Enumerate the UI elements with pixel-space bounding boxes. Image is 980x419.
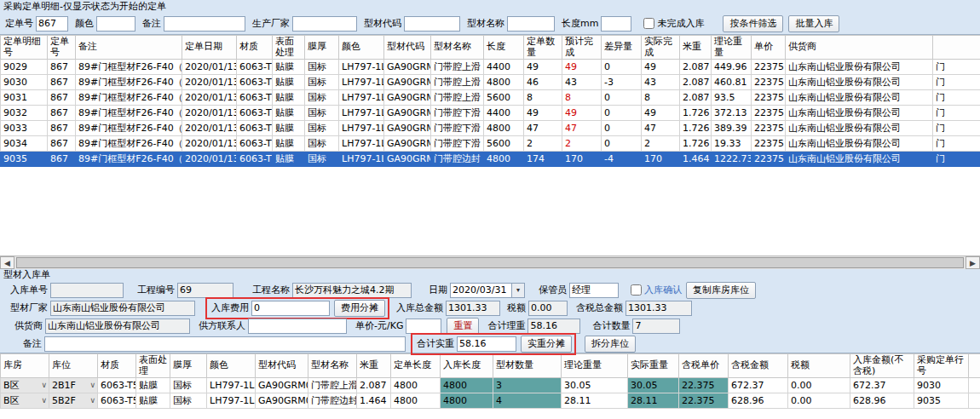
column-header[interactable]: 型材代码 <box>256 354 308 378</box>
table-cell[interactable]: 22375 <box>752 152 786 167</box>
table-cell[interactable]: GA90GRM03 <box>384 75 431 90</box>
scroll-left-icon[interactable]: ◀ <box>0 256 14 269</box>
table-cell[interactable]: 49 <box>524 106 562 121</box>
table-cell[interactable]: 89#门框型材F26-F40（866+867） <box>76 136 182 152</box>
column-header[interactable]: 型材名称 <box>431 36 484 60</box>
table-cell[interactable]: 6063-T5 <box>237 136 273 152</box>
table-row[interactable]: 903386789#门框型材F26-F40（866+867）2020/01/13… <box>1 121 980 136</box>
table-cell[interactable]: 国标 <box>305 60 339 75</box>
column-header[interactable]: 膜厚 <box>170 354 207 378</box>
table-cell[interactable]: 国标 <box>305 152 339 167</box>
supplier-input[interactable] <box>45 319 190 334</box>
table-cell[interactable]: 49 <box>642 60 680 75</box>
table-cell[interactable]: 山东南山铝业股份有限公司 <box>786 90 933 106</box>
table-cell[interactable]: 门带腔上滑 <box>308 378 357 393</box>
column-header[interactable]: 实际完成 <box>642 36 680 60</box>
table-cell[interactable]: 867 <box>48 152 76 167</box>
table-cell[interactable]: 372.13 <box>712 106 752 121</box>
table-cell[interactable]: 9029 <box>1 60 48 75</box>
table-cell[interactable]: 贴膜 <box>273 121 305 136</box>
table-cell[interactable]: 43 <box>562 75 602 90</box>
factory-input[interactable] <box>50 301 195 316</box>
table-cell[interactable]: B区 <box>1 393 49 409</box>
table-cell[interactable]: 4 <box>493 393 562 409</box>
column-header[interactable]: 颜色 <box>339 36 384 60</box>
table-cell[interactable]: -3 <box>602 75 642 90</box>
table-cell[interactable]: 1.726 <box>680 121 712 136</box>
keeper-input[interactable] <box>569 283 619 298</box>
table-cell[interactable]: 国标 <box>305 136 339 152</box>
table-cell[interactable]: LH797-1LL0 <box>339 152 384 167</box>
table-cell[interactable]: LH797-1LL0 <box>207 393 256 409</box>
table-cell[interactable]: 9034 <box>1 136 48 152</box>
table-cell[interactable]: 国标 <box>305 90 339 106</box>
table-cell[interactable]: 1.464 <box>357 393 391 409</box>
table-cell[interactable]: 449.96 <box>712 60 752 75</box>
column-header[interactable]: 米重 <box>357 354 391 378</box>
table-cell[interactable]: 6063-T5 <box>237 90 273 106</box>
entry-confirm-checkbox[interactable] <box>631 284 642 296</box>
table-cell[interactable]: GA90GRM03 <box>384 60 431 75</box>
table-cell[interactable]: 22375 <box>752 106 786 121</box>
table-cell[interactable]: 22375 <box>752 136 786 152</box>
column-header[interactable]: 税额 <box>788 354 850 378</box>
table-cell[interactable]: 门带腔上滑 <box>431 90 484 106</box>
calendar-dropdown-icon[interactable]: ▾ <box>511 284 524 297</box>
table-cell[interactable]: 628.96 <box>729 393 788 409</box>
table-cell[interactable]: 9030 <box>914 378 969 393</box>
column-header[interactable]: 型材代码 <box>384 36 431 60</box>
table-cell[interactable]: 6063-T5 <box>237 121 273 136</box>
table-cell[interactable]: 国标 <box>305 75 339 90</box>
manufacturer-input[interactable] <box>292 16 357 32</box>
table-cell[interactable]: GA90GRM03 <box>256 378 308 393</box>
table-cell[interactable]: 6063-T5 <box>237 152 273 167</box>
table-row[interactable]: 902986789#门框型材F26-F40（866+867）2020/01/13… <box>1 60 980 75</box>
table-cell[interactable]: 170 <box>562 152 602 167</box>
table-cell[interactable]: 门 <box>933 121 980 136</box>
table-cell[interactable]: 89#门框型材F26-F40（866+867） <box>76 90 182 106</box>
column-header[interactable]: 定单数量 <box>524 36 562 60</box>
table-cell[interactable]: 170 <box>642 152 680 167</box>
table-cell[interactable]: 门带腔边封 <box>431 152 484 167</box>
table-cell[interactable]: 30.05 <box>628 378 679 393</box>
column-header[interactable]: 型材数量 <box>493 354 562 378</box>
table-cell[interactable]: 89#门框型材F26-F40（866+867） <box>76 60 182 75</box>
table-cell[interactable]: 89#门框型材F26-F40（866+867） <box>76 75 182 90</box>
table-cell[interactable]: GA90GRM04 <box>384 106 431 121</box>
table-cell[interactable]: 22.375 <box>679 393 729 409</box>
scroll-right-icon[interactable]: ▶ <box>966 256 980 269</box>
table-cell[interactable]: 门 <box>933 90 980 106</box>
profile-code-input[interactable] <box>404 16 460 32</box>
table-row[interactable]: B区5B2F6063-T5贴膜国标LH797-1LL0GA90GRM05门带腔边… <box>1 393 980 409</box>
order-no-input[interactable] <box>36 16 68 32</box>
table-cell[interactable]: 46 <box>524 75 562 90</box>
table-cell[interactable]: LH797-1LL0 <box>207 378 256 393</box>
table-cell[interactable]: GA90GRM04 <box>384 136 431 152</box>
theory-weight-input[interactable] <box>527 319 580 334</box>
table-cell[interactable]: 0 <box>602 106 642 121</box>
weight-apportion-button[interactable]: 实重分摊 <box>521 336 572 353</box>
table-cell[interactable]: 4800 <box>441 393 493 409</box>
entry-total-input[interactable] <box>446 301 500 316</box>
table-cell[interactable]: 47 <box>562 121 602 136</box>
table-cell[interactable]: 国标 <box>170 393 207 409</box>
table-cell[interactable]: LH797-1LL0 <box>339 106 384 121</box>
table-cell[interactable]: 0 <box>602 136 642 152</box>
tax-input[interactable] <box>528 301 568 316</box>
table-cell[interactable]: 5600 <box>484 90 524 106</box>
table-cell[interactable]: 28.11 <box>628 393 679 409</box>
copy-warehouse-button[interactable]: 复制库房库位 <box>686 282 756 299</box>
table-cell[interactable]: 6063-T5 <box>237 75 273 90</box>
table-cell[interactable]: 6063-T5 <box>237 60 273 75</box>
table-cell[interactable]: GA90GRM05 <box>384 152 431 167</box>
table-row[interactable]: 903086789#门框型材F26-F40（866+867）2020/01/13… <box>1 75 980 90</box>
table-cell[interactable]: 贴膜 <box>273 136 305 152</box>
table-cell[interactable]: 贴膜 <box>273 60 305 75</box>
table-cell[interactable]: 2020/01/13 <box>182 90 237 106</box>
table-cell[interactable]: 460.81 <box>712 75 752 90</box>
table-cell[interactable]: 门 <box>933 152 980 167</box>
column-header[interactable]: 材质 <box>237 36 273 60</box>
table-cell[interactable]: 2 <box>562 136 602 152</box>
table-cell[interactable]: 2020/01/13 <box>182 152 237 167</box>
table-cell[interactable]: 1.726 <box>680 106 712 121</box>
